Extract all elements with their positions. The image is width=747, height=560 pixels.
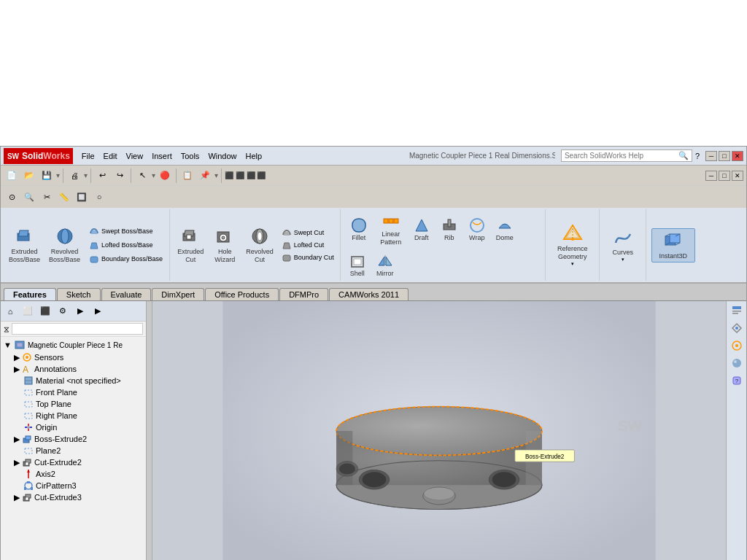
panel-close-btn[interactable]: ✕ [732, 171, 743, 181]
tab-office[interactable]: Office Products [205, 288, 279, 300]
dome-btn[interactable]: Dome [492, 214, 518, 244]
save-btn[interactable]: 💾 [39, 168, 55, 184]
open-btn[interactable]: 📂 [21, 168, 37, 184]
tree-boss-extrude2[interactable]: ▶ Boss-Extrude2 [2, 433, 144, 445]
tab-camworks[interactable]: CAMWorks 2011 [329, 288, 409, 300]
right-plane-icon [23, 411, 34, 421]
plane2-icon [23, 446, 34, 456]
tree-plane2[interactable]: Plane2 [2, 445, 144, 456]
rib-btn[interactable]: Rib [436, 214, 462, 244]
view-btn2[interactable]: 🔍 [21, 189, 37, 205]
tab-features[interactable]: Features [4, 288, 56, 300]
reference-geometry-btn[interactable]: ReferenceGeometry ▾ [551, 221, 595, 269]
rp-btn-1[interactable] [729, 303, 745, 319]
search-input[interactable] [565, 152, 678, 160]
tab-evaluate[interactable]: Evaluate [101, 288, 152, 300]
view-btn5[interactable]: 🔲 [74, 189, 90, 205]
menu-edit[interactable]: Edit [99, 150, 122, 162]
extruded-cut-btn[interactable]: ExtrudedCut [174, 224, 207, 266]
boundary-boss-btn[interactable]: Boundary Boss/Base [85, 252, 166, 265]
panel-max-btn[interactable]: □ [719, 171, 730, 181]
resize-handle[interactable] [147, 301, 152, 560]
curves-dropdown[interactable]: ▾ [622, 257, 624, 262]
tree-right-plane[interactable]: Right Plane [2, 410, 144, 421]
print-dropdown[interactable]: ▾ [84, 171, 88, 179]
tree-home-btn[interactable]: ⌂ [2, 303, 18, 319]
boundary-cut-btn[interactable]: Boundary Cut [279, 252, 337, 263]
boundary-cut-label: Boundary Cut [294, 254, 334, 261]
mirror-btn[interactable]: Mirror [372, 250, 398, 280]
tree-top-plane[interactable]: Top Plane [2, 398, 144, 410]
menu-view[interactable]: View [122, 150, 148, 162]
draft-btn[interactable]: Draft [409, 214, 435, 244]
menu-insert[interactable]: Insert [147, 150, 177, 162]
lofted-boss-btn[interactable]: Lofted Boss/Base [85, 238, 166, 252]
fillet-btn[interactable]: Fillet [344, 214, 374, 244]
menu-help[interactable]: Help [241, 150, 267, 162]
panel-min-btn[interactable]: ─ [705, 171, 717, 181]
close-btn[interactable]: ✕ [732, 151, 743, 161]
tree-cirpattern3[interactable]: CirPattern3 [2, 480, 144, 491]
view-btn1[interactable]: ⊙ [4, 189, 20, 205]
svg-rect-23 [389, 219, 393, 223]
instant3d-btn[interactable]: Instant3D [651, 228, 695, 262]
save-dropdown[interactable]: ▾ [56, 171, 60, 179]
svg-rect-46 [17, 343, 23, 347]
rp-btn-2[interactable] [729, 320, 745, 336]
menu-window[interactable]: Window [204, 150, 241, 162]
maximize-btn[interactable]: □ [719, 151, 730, 161]
more-dropdown[interactable]: ▾ [214, 171, 218, 179]
swept-cut-btn[interactable]: Swept Cut [279, 227, 337, 238]
minimize-btn[interactable]: ─ [705, 151, 717, 161]
menu-tools[interactable]: Tools [177, 150, 204, 162]
annotations-icon: A [22, 364, 32, 374]
viewport[interactable]: ⊞ 🔍 ↻ ✋ 📐 ▾ ◧ ▾ ⬕ ▶ 🎨 🌐 💡 ⚙ ▾ [152, 301, 726, 560]
shell-btn[interactable]: Shell [344, 250, 371, 280]
options-btn1[interactable]: 📋 [179, 168, 196, 184]
tree-material[interactable]: Material <not specified> [2, 375, 144, 386]
tree-filter-toggle[interactable]: ▶ [90, 303, 106, 319]
extruded-boss-btn[interactable]: ExtrudedBoss/Base [5, 224, 44, 266]
rp-btn-3[interactable] [729, 338, 745, 354]
redo-btn[interactable]: ↪ [112, 168, 128, 184]
tree-expand-btn[interactable]: ⬜ [20, 303, 36, 319]
revolved-boss-btn[interactable]: RevolvedBoss/Base [45, 224, 84, 266]
tree-more-btn[interactable]: ▶ [72, 303, 88, 319]
rp-btn-4[interactable] [729, 355, 745, 371]
lofted-cut-btn[interactable]: Lofted Cut [279, 239, 337, 251]
tree-cut-extrude2[interactable]: ▶ Cut-Extrude2 [2, 456, 144, 468]
tree-sort-btn[interactable]: ⬛ [37, 303, 53, 319]
tab-dfmpro[interactable]: DFMPro [279, 288, 328, 300]
tree-front-plane[interactable]: Front Plane [2, 386, 144, 398]
view-btn6[interactable]: ○ [91, 189, 107, 205]
menu-file[interactable]: File [77, 150, 99, 162]
new-btn[interactable]: 📄 [4, 168, 20, 184]
hole-wizard-btn[interactable]: HoleWizard [209, 224, 241, 266]
tree-origin[interactable]: Origin [2, 421, 144, 433]
tree-config-btn[interactable]: ⚙ [55, 303, 71, 319]
tree-annotations[interactable]: ▶ A Annotations [2, 363, 144, 375]
linear-pattern-btn[interactable]: LinearPattern [375, 211, 407, 249]
select-btn[interactable]: ↖ [134, 168, 150, 184]
tree-cut-extrude3[interactable]: ▶ Cut-Extrude3 [2, 491, 144, 503]
tab-sketch[interactable]: Sketch [57, 288, 101, 300]
tab-dimxpert[interactable]: DimXpert [152, 288, 204, 300]
tree-axis2[interactable]: Axis2 [2, 468, 144, 480]
ref-geo-dropdown[interactable]: ▾ [571, 261, 574, 267]
curves-btn[interactable]: Curves ▾ [605, 226, 641, 265]
revolved-cut-btn[interactable]: RevolvedCut [242, 224, 277, 266]
select-dropdown[interactable]: ▾ [152, 171, 155, 179]
rp-btn-5[interactable]: ? [729, 373, 745, 389]
rebuild-btn[interactable]: 🔴 [157, 168, 173, 184]
view-btn4[interactable]: 📏 [56, 189, 72, 205]
help-btn[interactable]: ? [695, 152, 700, 160]
view-btn3[interactable]: ✂ [39, 189, 55, 205]
options-btn2[interactable]: 📌 [197, 168, 213, 184]
undo-btn[interactable]: ↩ [94, 168, 110, 184]
tree-filter-input[interactable] [12, 323, 143, 335]
swept-boss-btn[interactable]: Swept Boss/Base [85, 225, 166, 238]
print-btn[interactable]: 🖨 [66, 168, 82, 184]
tree-root[interactable]: ▼ Magnetic Coupler Piece 1 Real D [2, 338, 144, 351]
wrap-btn[interactable]: Wrap [464, 214, 490, 244]
tree-sensors[interactable]: ▶ Sensors [2, 351, 144, 363]
